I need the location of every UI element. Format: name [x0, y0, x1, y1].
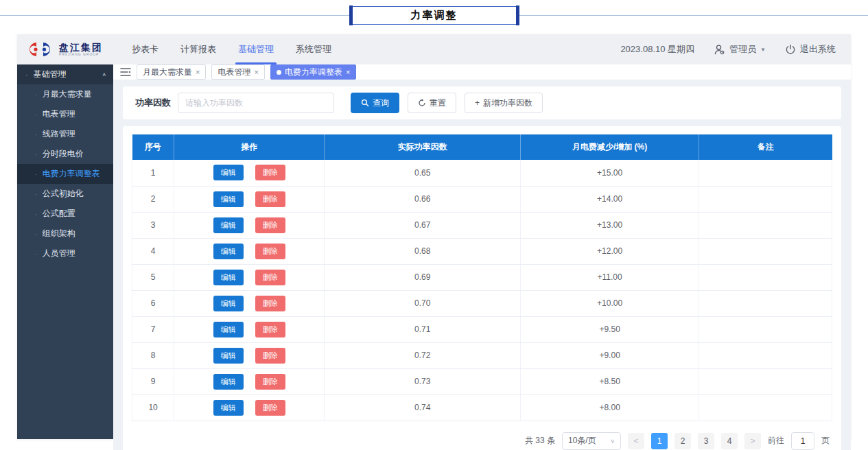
add-power-factor-button[interactable]: + 新增功率因数: [465, 93, 543, 113]
col-header-change: 月电费减少/增加 (%): [521, 134, 699, 160]
tab-monthly-max-demand[interactable]: 月最大需求量 ×: [137, 64, 206, 80]
reset-button[interactable]: 重置: [408, 93, 456, 113]
delete-button[interactable]: 删除: [255, 270, 285, 285]
delete-button[interactable]: 删除: [255, 217, 285, 233]
tab-label: 电表管理: [218, 67, 250, 78]
row-index-cell: 3: [132, 212, 174, 238]
edit-button[interactable]: 编辑: [213, 374, 244, 390]
factor-cell: 0.66: [325, 186, 521, 212]
row-actions-cell: 编辑 删除: [174, 342, 325, 368]
reset-label: 重置: [430, 97, 446, 109]
content-area: 功率因数 查询 重置: [113, 80, 851, 450]
bullet-icon: ·: [25, 71, 28, 79]
tab-list-icon[interactable]: [120, 67, 131, 77]
edit-button[interactable]: 编辑: [213, 322, 244, 338]
plus-icon: +: [475, 98, 480, 108]
row-index-cell: 2: [132, 186, 174, 212]
user-menu[interactable]: 管理员 ▼: [714, 43, 766, 56]
delete-button[interactable]: 删除: [255, 165, 285, 180]
edit-button[interactable]: 编辑: [213, 244, 244, 259]
reset-icon: [418, 99, 426, 107]
row-index-cell: 9: [132, 368, 174, 394]
sidebar-item-power-factor-table[interactable]: · 电费力率调整表: [17, 164, 113, 184]
factor-cell: 0.68: [325, 238, 521, 264]
close-icon[interactable]: ×: [254, 68, 258, 76]
goto-page-input[interactable]: [791, 432, 814, 450]
page-button-3[interactable]: 3: [698, 433, 714, 449]
bullet-icon: ·: [35, 110, 38, 119]
tab-meter-management[interactable]: 电表管理 ×: [211, 64, 264, 80]
edit-button[interactable]: 编辑: [213, 217, 244, 233]
floating-title-bar: 力率调整: [0, 0, 868, 32]
nav-item-system-management[interactable]: 系统管理: [296, 34, 331, 64]
page-size-select[interactable]: 10条/页 ∨: [562, 432, 621, 450]
page-title: 力率调整: [350, 6, 519, 25]
table-row: 2 编辑 删除 0.66 +14.00: [132, 186, 832, 212]
chevron-down-icon: ∨: [610, 438, 615, 445]
title-right-bar: [516, 5, 519, 25]
sidebar-item-monthly-max-demand[interactable]: · 月最大需求量: [17, 84, 113, 104]
edit-button[interactable]: 编辑: [213, 270, 244, 285]
tab-power-factor-table[interactable]: 电费力率调整表 ×: [270, 64, 356, 80]
sidebar-item-line-management[interactable]: · 线路管理: [17, 124, 113, 144]
power-factor-label: 功率因数: [135, 97, 171, 109]
goto-unit: 页: [821, 435, 830, 447]
sidebar-item-label: 电表管理: [43, 108, 75, 120]
nav-item-calculation-reports[interactable]: 计算报表: [180, 34, 216, 64]
row-index-cell: 5: [132, 264, 174, 290]
search-label: 查询: [373, 97, 389, 109]
delete-button[interactable]: 删除: [255, 348, 285, 364]
row-actions-cell: 编辑 删除: [174, 290, 325, 316]
edit-button[interactable]: 编辑: [213, 348, 244, 364]
sidebar-item-label: 公式初始化: [43, 188, 84, 200]
edit-button[interactable]: 编辑: [213, 191, 244, 207]
row-actions-cell: 编辑 删除: [174, 160, 325, 186]
row-actions-cell: 编辑 删除: [174, 316, 325, 342]
sidebar-item-time-of-use-price[interactable]: · 分时段电价: [17, 144, 113, 164]
edit-button[interactable]: 编辑: [213, 165, 244, 180]
sidebar-item-formula-init[interactable]: · 公式初始化: [17, 184, 113, 204]
logout-button[interactable]: 退出系统: [785, 43, 836, 56]
prev-page-button[interactable]: <: [628, 433, 644, 449]
change-cell: +11.00: [521, 264, 699, 290]
page-button-1[interactable]: 1: [651, 433, 668, 449]
delete-button[interactable]: 删除: [255, 296, 285, 311]
delete-button[interactable]: 删除: [255, 400, 285, 416]
table-row: 9 编辑 删除 0.73 +8.50: [132, 368, 832, 394]
factor-cell: 0.70: [325, 290, 521, 316]
nav-item-basic-management[interactable]: 基础管理: [238, 34, 274, 64]
edit-button[interactable]: 编辑: [213, 296, 244, 311]
page-button-4[interactable]: 4: [721, 433, 738, 449]
table-row: 1 编辑 删除 0.65 +15.00: [132, 160, 832, 186]
table-row: 4 编辑 删除 0.68 +12.00: [132, 238, 832, 264]
sidebar-item-org-structure[interactable]: · 组织架构: [17, 224, 113, 244]
next-page-button[interactable]: >: [744, 433, 761, 449]
delete-button[interactable]: 删除: [255, 191, 285, 207]
edit-button[interactable]: 编辑: [213, 400, 244, 416]
row-actions-cell: 编辑 删除: [174, 368, 325, 394]
panjiang-logo-icon: [27, 40, 54, 59]
delete-button[interactable]: 删除: [255, 322, 285, 338]
sidebar-item-formula-config[interactable]: · 公式配置: [17, 204, 113, 224]
close-icon[interactable]: ×: [346, 68, 350, 76]
search-button[interactable]: 查询: [351, 93, 399, 113]
sidebar: · 基础管理 ∧ · 月最大需求量 · 电表管理 · 线路管理 · 分时段电价 …: [17, 64, 113, 439]
page-title-text: 力率调整: [411, 9, 458, 22]
power-factor-table: 序号 操作 实际功率因数 月电费减少/增加 (%) 备注 1: [132, 134, 832, 421]
close-icon[interactable]: ×: [196, 68, 200, 76]
sidebar-item-meter-management[interactable]: · 电表管理: [17, 104, 113, 124]
sidebar-group-basic-management[interactable]: · 基础管理 ∧: [17, 64, 113, 84]
row-index-cell: 7: [132, 316, 174, 342]
nav-item-meter-reading-card[interactable]: 抄表卡: [132, 34, 159, 64]
delete-button[interactable]: 删除: [255, 374, 285, 390]
page-button-2[interactable]: 2: [675, 433, 691, 449]
row-index-cell: 10: [132, 394, 174, 421]
table-row: 8 编辑 删除 0.72 +9.00: [132, 342, 832, 368]
col-header-factor: 实际功率因数: [325, 134, 521, 160]
sidebar-item-personnel-management[interactable]: · 人员管理: [17, 244, 113, 263]
bullet-icon: ·: [35, 130, 38, 139]
add-label: 新增功率因数: [483, 97, 532, 109]
row-actions-cell: 编辑 删除: [174, 264, 325, 290]
delete-button[interactable]: 删除: [255, 244, 285, 259]
power-factor-input[interactable]: [178, 93, 334, 113]
